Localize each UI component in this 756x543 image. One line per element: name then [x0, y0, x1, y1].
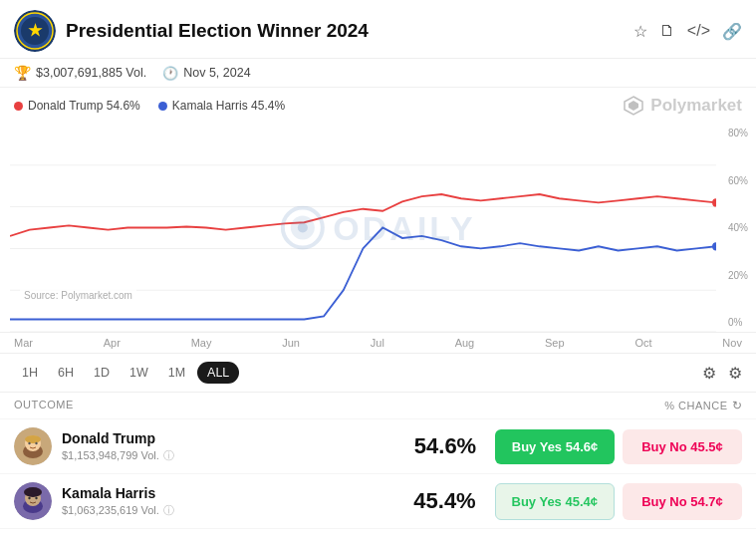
- date-info: 🕐 Nov 5, 2024: [162, 66, 250, 81]
- trump-buttons: Buy Yes 54.6¢ Buy No 45.5¢: [495, 429, 742, 464]
- svg-marker-6: [629, 101, 638, 111]
- page-title: Presidential Election Winner 2024: [66, 20, 624, 42]
- time-btn-1w[interactable]: 1W: [122, 362, 156, 384]
- site-logo: ★: [14, 10, 56, 52]
- refresh-icon[interactable]: ↻: [732, 399, 743, 412]
- clock-icon: 🕐: [162, 66, 178, 81]
- x-label-apr: Apr: [104, 337, 121, 349]
- svg-point-13: [712, 242, 716, 250]
- svg-text:★: ★: [28, 22, 43, 39]
- price-chart: 80% 60% 40% 20% 0% ODAILY Source: Polyma…: [0, 124, 756, 333]
- harris-legend-label: Kamala Harris 45.4%: [172, 99, 285, 113]
- x-label-nov: Nov: [722, 337, 742, 349]
- time-btn-1h[interactable]: 1H: [14, 362, 46, 384]
- sub-header: 🏆 $3,007,691,885 Vol. 🕐 Nov 5, 2024: [0, 59, 756, 88]
- source-label: Source: Polymarket.com: [20, 289, 136, 302]
- x-label-jun: Jun: [282, 337, 300, 349]
- trump-legend-label: Donald Trump 54.6%: [28, 99, 140, 113]
- y-label-0: 0%: [728, 317, 748, 328]
- trump-legend-item: Donald Trump 54.6%: [14, 99, 140, 113]
- svg-point-22: [35, 442, 37, 444]
- trump-vol: $1,153,948,799 Vol. ⓘ: [62, 448, 395, 463]
- time-btn-1m[interactable]: 1M: [160, 362, 193, 384]
- trump-legend-dot: [14, 102, 23, 111]
- harris-info: Kamala Harris $1,063,235,619 Vol. ⓘ: [62, 485, 395, 518]
- x-axis: Mar Apr May Jun Jul Aug Sep Oct Nov: [0, 333, 756, 354]
- trump-name: Donald Trump: [62, 430, 395, 446]
- star-icon[interactable]: ☆: [633, 22, 647, 41]
- outcome-col-label: OUTCOME: [14, 399, 664, 412]
- harris-row: Kamala Harris $1,063,235,619 Vol. ⓘ 45.4…: [0, 474, 756, 529]
- chance-col-label: % CHANCE ↻: [664, 399, 742, 412]
- filter-icon[interactable]: ⚙: [702, 364, 716, 383]
- time-controls: 1H 6H 1D 1W 1M ALL ⚙ ⚙: [0, 354, 756, 393]
- svg-point-21: [28, 442, 30, 444]
- chart-legend: Donald Trump 54.6% Kamala Harris 45.4% P…: [0, 88, 756, 124]
- harris-avatar: [14, 482, 52, 520]
- svg-point-20: [25, 435, 41, 443]
- header: ★ Presidential Election Winner 2024 ☆ 🗋 …: [0, 0, 756, 59]
- info-icon: ⓘ: [163, 448, 174, 463]
- x-label-may: May: [191, 337, 212, 349]
- time-btn-6h[interactable]: 6H: [50, 362, 82, 384]
- trump-buy-no-button[interactable]: Buy No 45.5¢: [623, 429, 742, 464]
- time-btn-all[interactable]: ALL: [197, 362, 239, 384]
- header-actions: ☆ 🗋 </> 🔗: [633, 22, 742, 41]
- harris-buy-no-button[interactable]: Buy No 54.7¢: [623, 483, 742, 520]
- harris-chance: 45.4%: [405, 488, 485, 514]
- y-label-40: 40%: [728, 222, 748, 233]
- outcome-header: OUTCOME % CHANCE ↻: [0, 393, 756, 419]
- chart-actions: ⚙ ⚙: [702, 364, 742, 383]
- harris-vol: $1,063,235,619 Vol. ⓘ: [62, 503, 395, 518]
- info-icon-harris: ⓘ: [163, 503, 174, 518]
- settings-icon[interactable]: ⚙: [728, 364, 742, 383]
- time-btn-1d[interactable]: 1D: [86, 362, 118, 384]
- y-label-80: 80%: [728, 128, 748, 138]
- polymarket-label: Polymarket: [650, 96, 742, 116]
- code-icon[interactable]: </>: [687, 22, 710, 40]
- y-label-20: 20%: [728, 270, 748, 281]
- trump-avatar: [14, 427, 52, 465]
- harris-buttons: Buy Yes 45.4¢ Buy No 54.7¢: [495, 483, 743, 520]
- polymarket-brand: Polymarket: [623, 95, 742, 117]
- x-label-aug: Aug: [455, 337, 475, 349]
- trophy-icon: 🏆: [14, 65, 31, 81]
- svg-point-27: [28, 497, 30, 499]
- date-value: Nov 5, 2024: [183, 66, 250, 80]
- x-label-sep: Sep: [545, 337, 565, 349]
- harris-legend-dot: [158, 102, 167, 111]
- svg-point-28: [35, 497, 37, 499]
- document-icon[interactable]: 🗋: [659, 22, 675, 40]
- harris-name: Kamala Harris: [62, 485, 395, 501]
- trump-chance: 54.6%: [405, 433, 485, 459]
- volume-value: $3,007,691,885 Vol.: [36, 66, 146, 80]
- trump-buy-yes-button[interactable]: Buy Yes 54.6¢: [495, 429, 615, 464]
- harris-legend-item: Kamala Harris 45.4%: [158, 99, 285, 113]
- trump-row: Donald Trump $1,153,948,799 Vol. ⓘ 54.6%…: [0, 419, 756, 474]
- volume-info: 🏆 $3,007,691,885 Vol.: [14, 65, 146, 81]
- svg-point-12: [712, 198, 716, 206]
- trump-info: Donald Trump $1,153,948,799 Vol. ⓘ: [62, 430, 395, 463]
- x-label-jul: Jul: [371, 337, 384, 349]
- link-icon[interactable]: 🔗: [722, 22, 742, 41]
- svg-point-26: [24, 487, 42, 497]
- y-label-60: 60%: [728, 175, 748, 186]
- harris-buy-yes-button[interactable]: Buy Yes 45.4¢: [495, 483, 616, 520]
- x-label-mar: Mar: [14, 337, 33, 349]
- x-label-oct: Oct: [634, 337, 651, 349]
